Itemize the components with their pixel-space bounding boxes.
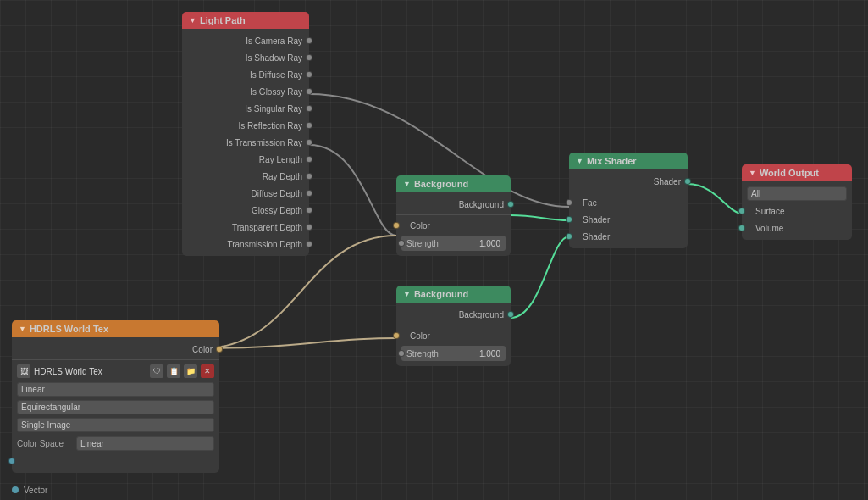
node-bg1-body: Background Color Strength 1.000: [396, 192, 511, 256]
file-icon: 🖼: [17, 364, 30, 378]
node-hdrls-body: Color 🖼 HDRLS World Tex 🛡 📋 📁 ✕ Linear E…: [12, 337, 219, 473]
file-btn-folder[interactable]: 📁: [184, 364, 197, 378]
node-bg2-body: Background Color Strength 1.000: [396, 303, 511, 366]
node-lightpath: ▼ Light Path Is Camera Ray Is Shadow Ray…: [182, 12, 309, 256]
node-worldoutput-select[interactable]: All: [747, 186, 847, 201]
socket-dot-mixshader-fac: [566, 199, 572, 206]
node-lightpath-body: Is Camera Ray Is Shadow Ray Is Diffuse R…: [182, 29, 309, 256]
socket-dot-bg1-out: [507, 201, 514, 208]
node-mixshader-body: Shader Fac Shader Shader: [569, 169, 688, 248]
node-hdrls-arrow: ▼: [19, 325, 26, 333]
socket-dot-transparent-depth: [306, 224, 312, 231]
bg1-strength-field: Strength 1.000: [401, 236, 506, 251]
file-btn-close[interactable]: ✕: [201, 364, 214, 378]
node-worldoutput-select-row[interactable]: All: [742, 185, 852, 203]
socket-dot-hdrls-color: [216, 346, 223, 353]
node-hdrls-dropdown1[interactable]: Linear: [17, 382, 214, 397]
socket-dot-transmission-depth: [306, 241, 312, 247]
node-worldoutput-body: All Surface Volume: [742, 181, 852, 240]
socket-mixshader-shader1-label: Shader: [583, 215, 610, 225]
socket-is-diffuse-ray: Is Diffuse Ray: [182, 66, 309, 83]
node-mixshader-arrow: ▼: [576, 157, 583, 165]
node-bg2-arrow: ▼: [403, 290, 411, 298]
socket-worldoutput-volume-label: Volume: [755, 224, 783, 233]
socket-dot-transmission-ray: [306, 139, 312, 146]
socket-mixshader-shader2-label: Shader: [583, 232, 610, 242]
socket-mixshader-out-label: Shader: [654, 177, 681, 186]
socket-dot-mixshader-shader2: [566, 233, 572, 240]
node-hdrls-colorspace-row: Color Space Linear: [12, 434, 219, 453]
socket-worldoutput-surface: Surface: [742, 203, 852, 219]
socket-dot-glossy-ray: [306, 88, 312, 95]
socket-dot-diffuse-depth: [306, 190, 312, 197]
socket-mixshader-shader1: Shader: [569, 211, 688, 228]
socket-dot-bg2-out: [507, 311, 514, 318]
node-hdrls-dropdown2-row[interactable]: Equirectangular: [12, 398, 219, 416]
socket-dot-bg1-strength: [398, 240, 405, 247]
socket-dot-mixshader-shader1: [566, 216, 572, 223]
socket-dot-reflection-ray: [306, 122, 312, 129]
socket-worldoutput-volume: Volume: [742, 219, 852, 236]
socket-dot-bg2-strength: [398, 350, 405, 357]
node-worldoutput-title: World Output: [760, 168, 819, 178]
node-background2: ▼ Background Background Color Strength 1…: [396, 286, 511, 366]
socket-is-transmission-ray: Is Transmission Ray: [182, 134, 309, 151]
node-hdrls-colorspace-select[interactable]: Linear: [76, 436, 214, 451]
node-world-output: ▼ World Output All Surface Volume: [742, 164, 852, 240]
socket-diffuse-depth: Diffuse Depth: [182, 185, 309, 202]
socket-dot-ray-depth: [306, 173, 312, 180]
node-bg1-title: Background: [414, 179, 468, 189]
node-hdrls-colorspace-label: Color Space: [17, 439, 76, 448]
socket-hdrls-vector-row: [12, 453, 219, 469]
file-btn-shield[interactable]: 🛡: [150, 364, 163, 378]
node-mixshader-title: Mix Shader: [587, 156, 637, 166]
socket-bg2-color: Color: [396, 327, 511, 344]
node-hdrls-title: HDRLS World Tex: [30, 324, 108, 334]
node-mix-shader: ▼ Mix Shader Shader Fac Shader Shader: [569, 153, 688, 248]
node-bg1-header: ▼ Background: [396, 175, 511, 192]
socket-is-reflection-ray: Is Reflection Ray: [182, 117, 309, 134]
node-hdrls-file-row: 🖼 HDRLS World Tex 🛡 📋 📁 ✕: [12, 362, 219, 381]
socket-dot-worldoutput-surface: [738, 208, 745, 214]
node-bg2-header: ▼ Background: [396, 286, 511, 303]
node-worldoutput-arrow: ▼: [749, 169, 756, 177]
socket-dot-worldoutput-volume: [738, 225, 745, 231]
socket-glossy-depth: Glossy Depth: [182, 202, 309, 219]
socket-dot-singular-ray: [306, 105, 312, 112]
node-lightpath-header: ▼ Light Path: [182, 12, 309, 29]
node-hdrls-dropdown3-row[interactable]: Single Image: [12, 416, 219, 434]
node-hdrls-dropdown1-row[interactable]: Linear: [12, 381, 219, 398]
socket-dot-mixshader-out: [684, 178, 691, 185]
socket-mixshader-fac-label: Fac: [583, 198, 597, 208]
socket-bg1-color: Color: [396, 217, 511, 234]
node-lightpath-arrow: ▼: [189, 16, 196, 25]
node-worldoutput-header: ▼ World Output: [742, 164, 852, 181]
socket-dot-hdrls-vector: [8, 458, 15, 464]
node-mixshader-header: ▼ Mix Shader: [569, 153, 688, 169]
socket-is-camera-ray: Is Camera Ray: [182, 32, 309, 49]
socket-ray-depth: Ray Depth: [182, 168, 309, 185]
socket-hdrls-color-label: Color: [192, 345, 213, 354]
node-hdrls-dropdown2[interactable]: Equirectangular: [17, 400, 214, 414]
node-hdrls-filename: HDRLS World Tex: [34, 367, 147, 376]
socket-dot-bg1-color: [393, 222, 400, 229]
socket-dot-bg2-color: [393, 332, 400, 339]
file-btn-copy[interactable]: 📋: [167, 364, 180, 378]
node-bg2-title: Background: [414, 289, 468, 299]
node-lightpath-title: Light Path: [200, 15, 246, 25]
bottom-vector-label: Vector: [24, 486, 47, 495]
socket-worldoutput-surface-label: Surface: [755, 207, 784, 216]
node-hdrls-dropdown3[interactable]: Single Image: [17, 418, 214, 432]
socket-transparent-depth: Transparent Depth: [182, 219, 309, 236]
socket-dot-diffuse-ray: [306, 71, 312, 78]
socket-is-singular-ray: Is Singular Ray: [182, 100, 309, 117]
socket-is-glossy-ray: Is Glossy Ray: [182, 83, 309, 100]
socket-bg2-output-label: Background: [459, 310, 504, 319]
socket-dot-shadow-ray: [306, 54, 312, 61]
bg2-strength-field: Strength 1.000: [401, 346, 506, 361]
node-background1: ▼ Background Background Color Strength 1…: [396, 175, 511, 256]
node-hdrls-world-tex: ▼ HDRLS World Tex Color 🖼 HDRLS World Te…: [12, 320, 219, 473]
socket-bg1-output: Background: [396, 196, 511, 213]
socket-dot-camera-ray: [306, 37, 312, 44]
socket-bg2-output: Background: [396, 306, 511, 323]
